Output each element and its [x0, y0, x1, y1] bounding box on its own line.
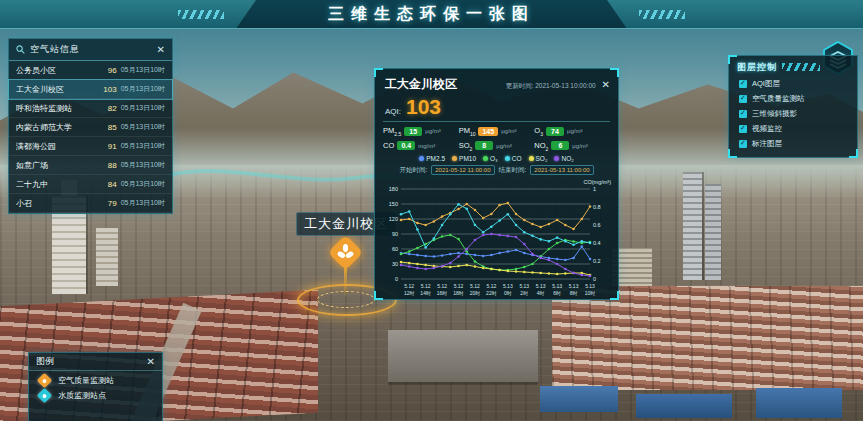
y-right-tick: 0.8: [593, 204, 601, 210]
station-time: 05月13日10时: [121, 103, 165, 113]
layer-toggle-row[interactable]: 标注图层: [729, 136, 857, 151]
station-pin-icon[interactable]: [328, 235, 363, 270]
data-point: [589, 205, 592, 208]
corner-decoration: [374, 68, 383, 77]
data-point: [572, 228, 575, 231]
corner-decoration: [374, 291, 383, 300]
data-point: [416, 267, 419, 270]
pollutant-cell: CO0.4mg/m³: [383, 141, 459, 152]
data-point: [531, 263, 534, 266]
data-point: [523, 271, 526, 274]
layer-toggle-row[interactable]: 三维倾斜摄影: [729, 106, 857, 121]
pollutant-unit: μg/m³: [496, 143, 511, 149]
data-point: [531, 235, 534, 238]
start-time-input[interactable]: 2021-05-12 11:00:00: [431, 165, 494, 175]
station-row[interactable]: 小召7905月13日10时: [9, 194, 172, 213]
station-row[interactable]: 公务员小区9605月13日10时: [9, 61, 172, 80]
chart-legend-item[interactable]: PM10: [452, 155, 476, 162]
banner-decoration: [639, 10, 685, 19]
station-row[interactable]: 如意广场8805月13日10时: [9, 156, 172, 175]
pollutant-cell: O374μg/m³: [534, 126, 610, 137]
layer-toggle-row[interactable]: AQI图层: [729, 76, 857, 91]
y-right-tick: 1: [593, 186, 596, 192]
aqi-readout: AQI: 103: [375, 95, 618, 119]
data-point: [482, 267, 485, 270]
end-time-input[interactable]: 2021-05-13 11:00:00: [530, 165, 593, 175]
data-point: [523, 252, 526, 255]
layer-label: 视频监控: [752, 124, 782, 134]
data-point: [539, 226, 542, 229]
update-time-value: 2021-05-13 10:00:00: [535, 82, 595, 89]
legend-label: CO: [512, 155, 522, 162]
layer-toggle-row[interactable]: 空气质量监测站: [729, 91, 857, 106]
x-tick-day: 5.12: [421, 283, 431, 289]
chart-legend-item[interactable]: NO₂: [554, 155, 573, 162]
data-point: [457, 265, 460, 268]
station-row[interactable]: 工大金川校区10305月13日10时: [9, 80, 172, 99]
banner-decoration: [178, 10, 224, 19]
y-left-tick: 30: [392, 261, 398, 267]
close-icon[interactable]: ✕: [602, 80, 610, 90]
data-point: [441, 235, 444, 238]
data-point: [548, 223, 551, 226]
corner-decoration: [728, 149, 737, 158]
checkbox-checked-icon[interactable]: [739, 95, 747, 103]
pollutant-name: PM2.5: [383, 126, 401, 137]
pollutant-unit: μg/m³: [572, 143, 587, 149]
data-point: [474, 209, 477, 212]
layer-toggle-row[interactable]: 视频监控: [729, 121, 857, 136]
data-point: [580, 218, 583, 221]
x-tick-hour: 4时: [537, 290, 545, 296]
station-name: 内蒙古师范大学: [16, 122, 99, 133]
legend-item-label: 水质监测站点: [58, 390, 106, 401]
x-tick-hour: 2时: [520, 290, 528, 296]
data-point: [523, 266, 526, 269]
x-tick-hour: 20时: [470, 290, 481, 296]
data-point: [523, 231, 526, 234]
data-point: [424, 255, 427, 258]
legend-dot-icon: [452, 156, 457, 161]
y-left-tick: 90: [392, 231, 398, 237]
station-row[interactable]: 呼和浩特监测站8205月13日10时: [9, 99, 172, 118]
marker-beam: [344, 266, 347, 298]
data-point: [441, 254, 444, 257]
checkbox-checked-icon[interactable]: [739, 110, 747, 118]
station-time: 05月13日10时: [121, 198, 165, 208]
pollutant-name: CO: [383, 141, 394, 150]
x-tick-day: 5.12: [437, 283, 447, 289]
layer-label: 标注图层: [752, 139, 782, 149]
x-tick-day: 5.13: [519, 283, 529, 289]
close-icon[interactable]: ✕: [147, 357, 155, 367]
pollutant-value: 15: [404, 127, 422, 136]
x-tick-day: 5.13: [503, 283, 513, 289]
data-point: [449, 266, 452, 269]
legend-title: 图例: [36, 355, 147, 368]
data-point: [408, 210, 411, 213]
pollutant-cell: PM2.515μg/m³: [383, 126, 459, 137]
data-point: [482, 255, 485, 258]
pollutant-name: PM10: [459, 126, 476, 137]
checkbox-checked-icon[interactable]: [739, 140, 747, 148]
chart-legend-item[interactable]: O₃: [483, 155, 498, 162]
data-point: [580, 274, 583, 277]
station-row[interactable]: 二十九中8405月13日10时: [9, 175, 172, 194]
x-tick-day: 5.12: [470, 283, 480, 289]
pollutant-name: NO2: [534, 141, 548, 152]
close-icon[interactable]: ✕: [157, 45, 165, 55]
data-point: [564, 224, 567, 227]
data-point: [490, 268, 493, 271]
data-point: [465, 208, 468, 211]
layer-panel-header: 图层控制: [729, 56, 857, 76]
station-type-icon: [37, 388, 53, 404]
data-point: [515, 236, 518, 239]
checkbox-checked-icon[interactable]: [739, 125, 747, 133]
station-row[interactable]: 内蒙古师范大学8505月13日10时: [9, 118, 172, 137]
pollutant-unit: μg/m³: [501, 128, 516, 134]
chart-legend-item[interactable]: SO₂: [529, 155, 548, 162]
chart-legend-item[interactable]: PM2.5: [419, 155, 445, 162]
y-right-axis-label: CO(mg/m³): [584, 179, 612, 185]
legend-item-label: 空气质量监测站: [58, 375, 114, 386]
checkbox-checked-icon[interactable]: [739, 80, 747, 88]
chart-legend-item[interactable]: CO: [505, 155, 522, 162]
station-row[interactable]: 满都海公园9105月13日10时: [9, 137, 172, 156]
